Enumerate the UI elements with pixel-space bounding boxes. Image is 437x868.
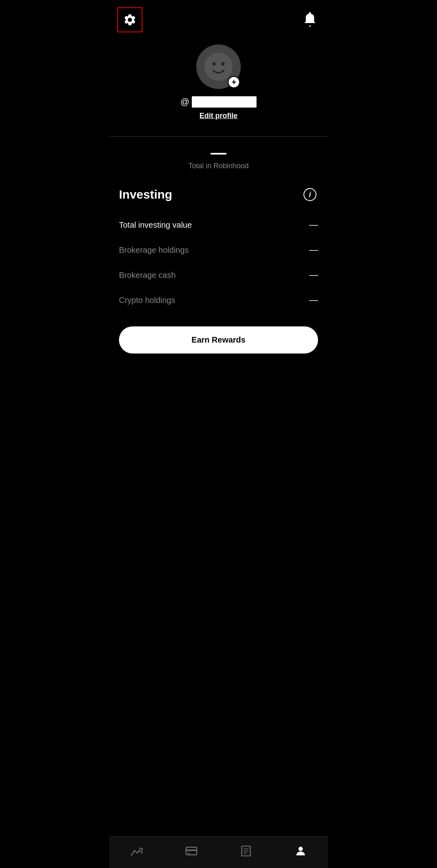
investing-info-button[interactable]: i xyxy=(302,186,318,203)
gear-icon xyxy=(123,13,137,27)
svg-point-0 xyxy=(204,53,233,81)
notifications-button[interactable] xyxy=(300,9,320,31)
svg-point-2 xyxy=(221,62,225,66)
line-item: Crypto holdings — xyxy=(119,288,318,313)
total-label: Total in Robinhood xyxy=(188,162,248,170)
investing-header: Investing i xyxy=(119,186,318,203)
earn-rewards-button[interactable]: Earn Rewards xyxy=(119,326,318,354)
main-content: + @ Edit profile Total in Robinhood Inve… xyxy=(109,0,328,394)
line-item-label: Brokerage holdings xyxy=(119,246,189,255)
line-item-value: — xyxy=(309,270,318,280)
header xyxy=(109,0,328,36)
line-item-label: Brokerage cash xyxy=(119,271,176,280)
balance-hidden-dash xyxy=(210,153,227,155)
line-item-value: — xyxy=(309,220,318,230)
svg-point-1 xyxy=(212,62,216,66)
line-item-label: Crypto holdings xyxy=(119,296,175,305)
line-item-label: Total investing value xyxy=(119,220,192,230)
balance-section: Total in Robinhood xyxy=(109,137,328,178)
line-item-value: — xyxy=(309,295,318,305)
investing-title: Investing xyxy=(119,188,172,201)
username-row: @ xyxy=(180,96,257,108)
profile-section: + @ Edit profile xyxy=(109,36,328,136)
investing-section: Investing i Total investing value — Brok… xyxy=(109,178,328,317)
line-item: Brokerage holdings — xyxy=(119,237,318,263)
line-item-value: — xyxy=(309,245,318,255)
info-icon: i xyxy=(303,188,316,201)
edit-profile-button[interactable]: Edit profile xyxy=(199,112,238,120)
add-photo-button[interactable]: + xyxy=(228,76,240,88)
at-symbol: @ xyxy=(180,97,189,107)
username-redacted xyxy=(192,96,257,108)
avatar-face-icon xyxy=(204,53,233,81)
investing-line-items: Total investing value — Brokerage holdin… xyxy=(119,212,318,313)
avatar-container: + xyxy=(196,44,241,89)
settings-button[interactable] xyxy=(117,7,142,32)
plus-icon: + xyxy=(231,78,236,86)
bell-icon xyxy=(303,12,316,27)
line-item: Total investing value — xyxy=(119,212,318,237)
line-item: Brokerage cash — xyxy=(119,263,318,288)
